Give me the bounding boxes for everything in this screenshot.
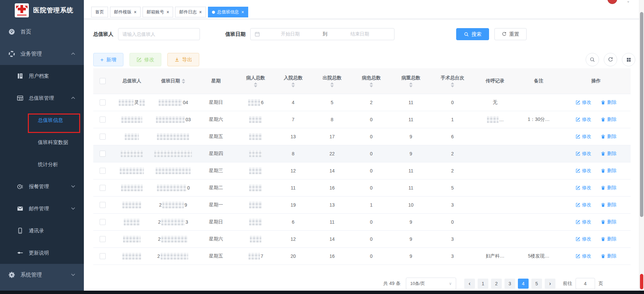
tab-mail-account[interactable]: 邮箱账号 × xyxy=(143,7,173,17)
row-checkbox[interactable] xyxy=(100,253,106,259)
page-size-select[interactable]: 10条/页 ∨ xyxy=(406,278,456,290)
meal-history-icon xyxy=(17,183,23,190)
cell-duty-person xyxy=(112,197,152,214)
delete-row-link[interactable]: 删除 xyxy=(601,134,616,140)
add-button[interactable]: + 新增 xyxy=(93,53,123,66)
reset-button[interactable]: 重置 xyxy=(494,28,527,40)
row-checkbox[interactable] xyxy=(100,134,106,140)
cell-critical: 2 xyxy=(352,94,391,111)
redacted-block xyxy=(249,185,262,191)
delete-row-link[interactable]: 删除 xyxy=(601,219,616,225)
refresh-button[interactable] xyxy=(604,53,617,66)
goto-page-input[interactable] xyxy=(576,278,595,289)
row-checkbox[interactable] xyxy=(100,151,106,157)
col-header-discharges[interactable]: 出院总数 xyxy=(313,68,352,94)
edit-row-link[interactable]: 修改 xyxy=(576,236,591,242)
next-page-button[interactable]: › xyxy=(545,279,555,289)
cell-severe: 11 xyxy=(391,162,431,179)
sort-icons[interactable] xyxy=(291,82,295,87)
scrollbar-thumb[interactable] xyxy=(640,12,643,217)
sidebar-item-duty-mgmt[interactable]: 总值班管理 xyxy=(0,87,84,109)
col-header-severe[interactable]: 病重总数 xyxy=(391,68,431,94)
edit-row-link[interactable]: 修改 xyxy=(576,185,591,191)
close-icon[interactable]: × xyxy=(134,10,137,14)
user-avatar[interactable] xyxy=(607,0,617,4)
edit-row-link[interactable]: 修改 xyxy=(576,117,591,123)
page-button-3[interactable]: 3 xyxy=(504,279,515,289)
redacted-block xyxy=(249,116,262,123)
redacted-block xyxy=(161,236,187,242)
duty-person-label: 总值班人 xyxy=(93,31,113,38)
sidebar-item-duty-info[interactable]: 总值班信息 xyxy=(0,109,84,131)
row-checkbox[interactable] xyxy=(100,185,106,191)
edit-row-link[interactable]: 修改 xyxy=(576,99,591,105)
edit-row-link[interactable]: 修改 xyxy=(576,151,591,157)
tab-duty-info[interactable]: 总值班信息 × xyxy=(208,7,248,17)
row-checkbox[interactable] xyxy=(100,99,106,105)
export-button[interactable]: 导出 xyxy=(167,53,199,66)
sort-icons[interactable] xyxy=(409,82,413,87)
close-icon[interactable]: × xyxy=(166,10,169,14)
row-checkbox[interactable] xyxy=(100,168,106,174)
delete-row-link[interactable]: 删除 xyxy=(601,117,616,123)
caret-down-icon[interactable]: ⌄ xyxy=(627,0,630,3)
vertical-scrollbar[interactable] xyxy=(639,0,644,294)
tab-mail-log[interactable]: 邮件日志 × xyxy=(175,7,206,17)
row-checkbox[interactable] xyxy=(100,117,106,123)
delete-row-link[interactable]: 删除 xyxy=(601,168,616,174)
sidebar-item-home[interactable]: 首页 xyxy=(0,21,84,43)
sidebar-item-system-mgmt[interactable]: 系统管理 xyxy=(0,264,84,286)
edit-row-link[interactable]: 修改 xyxy=(576,219,591,225)
sort-icons[interactable] xyxy=(182,79,185,84)
duty-date-range-picker[interactable]: 开始日期 到 结束日期 xyxy=(250,28,394,40)
select-all-checkbox[interactable] xyxy=(100,78,106,84)
page-button-1[interactable]: 1 xyxy=(478,279,488,289)
page-button-2[interactable]: 2 xyxy=(491,279,502,289)
edit-row-link[interactable]: 修改 xyxy=(576,134,591,140)
col-header-duty-person: 总值班人 xyxy=(112,68,152,94)
delete-row-link[interactable]: 删除 xyxy=(601,202,616,208)
col-header-surgeries[interactable]: 手术总台次 xyxy=(431,68,474,94)
delete-row-link[interactable]: 删除 xyxy=(601,253,616,259)
edit-row-link[interactable]: 修改 xyxy=(576,253,591,259)
tab-home[interactable]: 首页 xyxy=(91,7,108,17)
sidebar-item-contacts[interactable]: 通讯录 xyxy=(0,220,84,242)
sidebar-item-meal-mgmt[interactable]: 报餐管理 xyxy=(0,175,84,198)
delete-row-link[interactable]: 删除 xyxy=(601,151,616,157)
edit-row-link[interactable]: 修改 xyxy=(576,202,591,208)
col-header-duty-date[interactable]: 值班日期 xyxy=(152,68,195,94)
sidebar-item-mail-mgmt[interactable]: 邮件管理 xyxy=(0,198,84,220)
col-header-critical[interactable]: 病危总数 xyxy=(352,68,391,94)
sidebar-item-user-archive[interactable]: 用户档案 xyxy=(0,65,84,87)
search-toggle-button[interactable] xyxy=(586,53,599,66)
sidebar-item-duty-dept-data[interactable]: 值班科室数据 xyxy=(0,131,84,153)
sort-icons[interactable] xyxy=(451,82,454,87)
duty-person-input[interactable] xyxy=(118,28,200,40)
search-button[interactable]: 搜索 xyxy=(456,28,489,40)
sort-icons[interactable] xyxy=(370,82,373,87)
chevron-up-icon xyxy=(71,97,75,99)
close-icon[interactable]: × xyxy=(241,10,244,14)
delete-row-link[interactable]: 删除 xyxy=(601,99,616,105)
edit-button[interactable]: 修改 xyxy=(129,53,161,66)
cell-surgeries: 6 xyxy=(431,128,474,145)
page-button-4-active[interactable]: 4 xyxy=(518,279,529,289)
column-settings-button[interactable] xyxy=(622,53,635,66)
sidebar-item-business[interactable]: 业务管理 xyxy=(0,43,84,65)
page-button-5[interactable]: 5 xyxy=(531,279,542,289)
row-checkbox[interactable] xyxy=(100,219,106,225)
delete-row-link[interactable]: 删除 xyxy=(601,236,616,242)
delete-row-link[interactable]: 删除 xyxy=(601,185,616,191)
sort-icons[interactable] xyxy=(330,82,334,87)
tab-mail-template[interactable]: 邮件模版 × xyxy=(110,7,141,17)
sidebar-item-changelog[interactable]: 更新说明 xyxy=(0,242,84,264)
col-header-admissions[interactable]: 入院总数 xyxy=(274,68,313,94)
col-header-patients-total[interactable]: 病人总数 xyxy=(237,68,274,94)
edit-row-link[interactable]: 修改 xyxy=(576,168,591,174)
prev-page-button[interactable]: ‹ xyxy=(464,279,475,289)
close-icon[interactable]: × xyxy=(199,10,202,14)
row-checkbox[interactable] xyxy=(100,236,106,242)
row-checkbox[interactable] xyxy=(100,202,106,208)
sidebar-item-stats-analysis[interactable]: 统计分析 xyxy=(0,153,84,175)
sort-icons[interactable] xyxy=(254,82,257,87)
